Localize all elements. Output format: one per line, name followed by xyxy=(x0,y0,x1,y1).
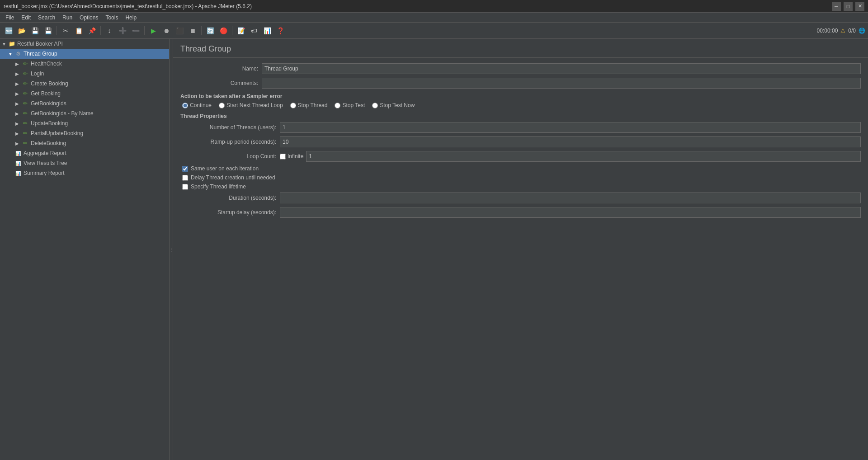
startup-delay-label: Startup delay (seconds): xyxy=(180,209,280,216)
icon-login: ✏ xyxy=(22,70,29,77)
loop-count-input[interactable] xyxy=(306,151,861,162)
menu-options[interactable]: Options xyxy=(76,14,102,22)
comments-row: Comments: xyxy=(180,78,861,89)
remote-start-button[interactable]: 🔄 xyxy=(204,25,216,37)
ramp-up-input[interactable] xyxy=(280,136,861,147)
sidebar-item-view-results-tree[interactable]: 📊 View Results Tree xyxy=(0,158,169,168)
infinite-checkbox[interactable] xyxy=(280,154,286,160)
script-button[interactable]: 📝 xyxy=(235,25,247,37)
radio-stop-thread[interactable]: Stop Thread xyxy=(290,102,328,108)
new-button[interactable]: 🆕 xyxy=(3,25,14,37)
duration-input[interactable] xyxy=(280,192,861,203)
maximize-button[interactable]: □ xyxy=(844,2,853,11)
timer-display: 00:00:00 xyxy=(817,28,838,34)
radio-stop-thread-input[interactable] xyxy=(290,103,296,108)
radio-stop-test-now[interactable]: Stop Test Now xyxy=(372,102,415,108)
menu-edit[interactable]: Edit xyxy=(18,14,34,22)
remote-stop-button[interactable]: 🔴 xyxy=(217,25,229,37)
icon-view-results-tree: 📊 xyxy=(14,160,22,167)
delay-thread-checkbox[interactable] xyxy=(182,175,188,181)
radio-continue-input[interactable] xyxy=(182,103,188,108)
arrow-get-booking: ▶ xyxy=(15,91,22,96)
infinite-checkbox-label[interactable]: Infinite xyxy=(280,153,303,160)
menu-help[interactable]: Help xyxy=(122,14,140,22)
icon-summary-report: 📊 xyxy=(14,169,22,177)
open-button[interactable]: 📂 xyxy=(16,25,28,37)
label-create-booking: Create Booking xyxy=(31,80,68,87)
add-button[interactable]: ➕ xyxy=(117,25,128,37)
radio-stop-test[interactable]: Stop Test xyxy=(335,102,365,108)
remove-button[interactable]: ➖ xyxy=(130,25,142,37)
minimize-button[interactable]: ─ xyxy=(832,2,841,11)
help-button[interactable]: ❓ xyxy=(274,25,286,37)
sidebar-item-summary-report[interactable]: 📊 Summary Report xyxy=(0,168,169,178)
specify-lifetime-checkbox[interactable] xyxy=(182,184,188,190)
toolbar-sep-5 xyxy=(232,26,232,35)
sidebar-drag-handle[interactable]: ⋮ xyxy=(170,39,173,460)
sidebar-item-restful-booker-api[interactable]: ▼ 📁 Restful Booker API xyxy=(0,39,169,49)
name-row: Name: xyxy=(180,63,861,74)
arrow-restful-booker: ▼ xyxy=(2,42,8,47)
sidebar-item-get-booking-ids-by-name[interactable]: ▶ ✏ GetBookingIds - By Name xyxy=(0,108,169,118)
sidebar-item-delete-booking[interactable]: ▶ ✏ DeleteBooking xyxy=(0,138,169,148)
same-user-label[interactable]: Same user on each iteration xyxy=(191,165,259,172)
label-get-booking: Get Booking xyxy=(31,90,61,97)
stop-button[interactable]: ⬛ xyxy=(174,25,185,37)
arrow-delete-booking: ▶ xyxy=(15,141,22,146)
arrow-login: ▶ xyxy=(15,71,22,76)
radio-stop-test-input[interactable] xyxy=(335,103,340,108)
sidebar-item-create-booking[interactable]: ▶ ✏ Create Booking xyxy=(0,79,169,89)
sidebar-item-thread-group[interactable]: ▼ ⚙ Thread Group xyxy=(0,49,169,59)
template-button[interactable]: 🏷 xyxy=(248,25,260,37)
arrow-partial-update-booking: ▶ xyxy=(15,131,22,136)
sidebar-item-get-booking-ids[interactable]: ▶ ✏ GetBookingIds xyxy=(0,99,169,108)
radio-continue[interactable]: Continue xyxy=(182,102,212,108)
comments-input[interactable] xyxy=(262,78,861,89)
menu-run[interactable]: Run xyxy=(59,14,76,22)
delay-thread-row: Delay Thread creation until needed xyxy=(180,174,861,181)
radio-stop-thread-label: Stop Thread xyxy=(298,102,328,108)
shutdown-button[interactable]: ⏹ xyxy=(187,25,198,37)
specify-lifetime-label[interactable]: Specify Thread lifetime xyxy=(191,183,246,190)
cut-button[interactable]: ✂ xyxy=(60,25,71,37)
startup-delay-input[interactable] xyxy=(280,207,861,218)
copy-button[interactable]: 📋 xyxy=(73,25,85,37)
radio-start-next-thread-loop-input[interactable] xyxy=(219,103,225,108)
same-user-checkbox[interactable] xyxy=(182,166,188,172)
record-button[interactable]: ⏺ xyxy=(160,25,172,37)
icon-partial-update-booking: ✏ xyxy=(22,130,29,137)
delay-thread-label[interactable]: Delay Thread creation until needed xyxy=(191,174,275,181)
save-button[interactable]: 💾 xyxy=(42,25,54,37)
toolbar-right: 00:00:00 ⚠ 0/0 🌐 xyxy=(817,28,865,34)
arrow-health-check: ▶ xyxy=(15,61,22,66)
arrow-thread-group: ▼ xyxy=(8,52,14,56)
label-login: Login xyxy=(31,70,44,77)
sidebar-item-aggregate-report[interactable]: 📊 Aggregate Report xyxy=(0,148,169,158)
radio-stop-test-now-input[interactable] xyxy=(372,103,378,108)
toolbar-sep-3 xyxy=(144,26,145,35)
sidebar-item-partial-update-booking[interactable]: ▶ ✏ PartialUpdateBooking xyxy=(0,128,169,138)
sidebar-item-get-booking[interactable]: ▶ ✏ Get Booking xyxy=(0,89,169,99)
globe-icon: 🌐 xyxy=(859,28,865,34)
expand-all-button[interactable]: 📊 xyxy=(261,25,273,37)
close-button[interactable]: ✕ xyxy=(855,2,864,11)
menu-file[interactable]: File xyxy=(2,14,18,22)
label-view-results-tree: View Results Tree xyxy=(24,160,67,166)
sidebar-item-login[interactable]: ▶ ✏ Login xyxy=(0,69,169,79)
expand-button[interactable]: ↕ xyxy=(104,25,115,37)
ramp-up-row: Ramp-up period (seconds): xyxy=(180,136,861,147)
icon-aggregate-report: 📊 xyxy=(14,150,22,157)
title-bar: restful_booker.jmx (C:\Users\Ahmed\Docum… xyxy=(0,0,868,13)
sidebar-item-update-booking[interactable]: ▶ ✏ UpdateBooking xyxy=(0,118,169,128)
warning-icon: ⚠ xyxy=(840,28,845,34)
sidebar-item-health-check[interactable]: ▶ ✏ HealthCheck xyxy=(0,59,169,69)
menu-tools[interactable]: Tools xyxy=(102,14,122,22)
paste-button[interactable]: 📌 xyxy=(86,25,98,37)
menu-search[interactable]: Search xyxy=(34,14,59,22)
thread-count-input[interactable] xyxy=(280,122,861,133)
radio-start-next-thread-loop-label: Start Next Thread Loop xyxy=(226,102,283,108)
name-input[interactable] xyxy=(262,63,861,74)
save-template-button[interactable]: 💾 xyxy=(29,25,41,37)
run-button[interactable]: ▶ xyxy=(147,25,159,37)
radio-start-next-thread-loop[interactable]: Start Next Thread Loop xyxy=(219,102,283,108)
